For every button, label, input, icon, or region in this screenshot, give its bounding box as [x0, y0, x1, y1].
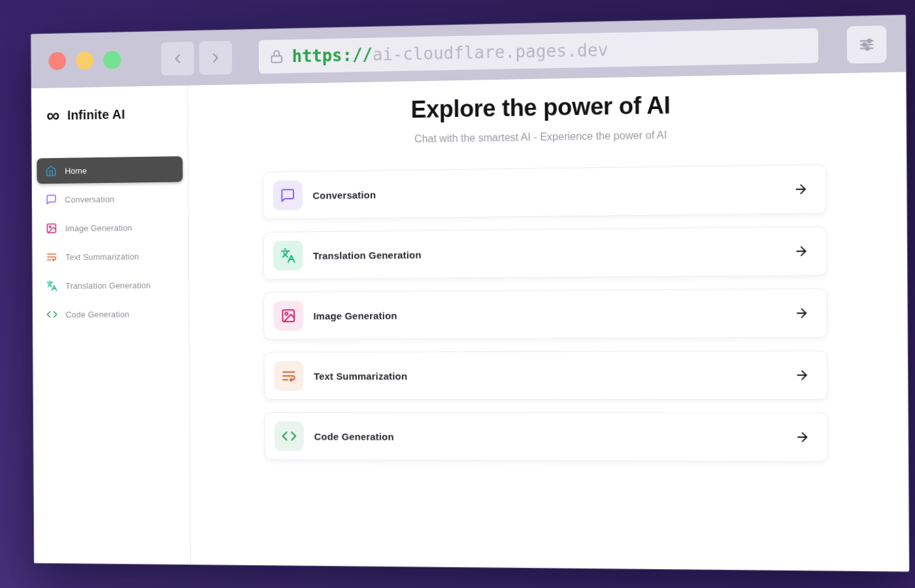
sidebar-nav: Home Conversation Image Generation Text … [32, 156, 189, 327]
minimize-button[interactable] [76, 51, 93, 69]
desktop-background: { "browser": { "traffic_lights": [ { "na… [0, 0, 915, 588]
browser-window: https://ai-cloudflare.pages.dev ∞ Infini… [31, 15, 909, 572]
chevron-right-icon [208, 50, 223, 65]
sidebar-item-label: Translation Generation [65, 280, 150, 291]
feature-card-label: Image Generation [313, 310, 397, 321]
code-icon [46, 308, 58, 320]
home-icon [46, 165, 57, 177]
feature-card-list: Conversation Translation Generation Imag… [263, 164, 829, 462]
page-subtitle: Chat with the smartest AI - Experience t… [188, 124, 907, 150]
app-logo: ∞ Infinite AI [31, 101, 188, 127]
url-host: ai-cloudflare.pages.dev [373, 40, 608, 64]
feature-card-label: Text Summarization [314, 370, 407, 382]
main-content: Explore the power of AI Chat with the sm… [188, 72, 908, 572]
sidebar-item-home[interactable]: Home [37, 156, 182, 184]
back-button[interactable] [161, 41, 195, 75]
arrow-right-icon [794, 306, 809, 321]
maximize-button[interactable] [103, 50, 121, 69]
sidebar-item-translation-generation[interactable]: Translation Generation [37, 272, 183, 299]
arrow-right-icon [795, 430, 810, 444]
lock-icon [269, 48, 284, 64]
chevron-left-icon [170, 50, 185, 66]
sidebar-item-conversation[interactable]: Conversation [37, 185, 183, 212]
sidebar-item-label: Conversation [65, 194, 114, 204]
image-icon [46, 223, 57, 235]
sliders-icon [856, 34, 877, 54]
traffic-lights [48, 50, 121, 70]
wrap-text-icon [46, 251, 57, 263]
sidebar-item-label: Code Generation [65, 309, 129, 319]
feature-card-label: Code Generation [314, 431, 394, 442]
feature-card-code-generation[interactable]: Code Generation [264, 412, 828, 462]
sidebar-item-text-summarization[interactable]: Text Summarization [37, 243, 183, 270]
sidebar-item-label: Image Generation [65, 223, 133, 233]
feature-card-image-generation[interactable]: Image Generation [263, 288, 827, 340]
wrap-text-icon [274, 361, 303, 391]
address-bar[interactable]: https://ai-cloudflare.pages.dev [259, 28, 818, 74]
app-body: ∞ Infinite AI Home Conversation Image Ge… [31, 72, 909, 572]
message-icon [46, 194, 57, 206]
arrow-right-icon [793, 182, 808, 197]
feature-card-label: Conversation [312, 189, 376, 201]
forward-button[interactable] [199, 41, 232, 74]
languages-icon [273, 240, 303, 270]
feature-card-label: Translation Generation [313, 249, 422, 261]
sidebar-item-image-generation[interactable]: Image Generation [37, 214, 183, 241]
browser-settings-button[interactable] [847, 25, 887, 63]
message-icon [273, 180, 303, 210]
url-scheme: https:// [292, 44, 373, 65]
feature-card-translation-generation[interactable]: Translation Generation [263, 226, 827, 280]
close-button[interactable] [48, 52, 66, 70]
infinity-icon: ∞ [46, 106, 60, 125]
feature-card-text-summarization[interactable]: Text Summarization [264, 350, 828, 400]
page-title: Explore the power of AI [188, 87, 907, 128]
languages-icon [46, 280, 58, 291]
sidebar-item-code-generation[interactable]: Code Generation [38, 301, 184, 327]
image-icon [274, 301, 303, 331]
arrow-right-icon [793, 244, 808, 259]
sidebar-item-label: Home [65, 165, 87, 175]
arrow-right-icon [795, 368, 810, 382]
code-icon [274, 421, 304, 451]
url-text: https://ai-cloudflare.pages.dev [292, 40, 608, 66]
app-logo-text: Infinite AI [67, 106, 125, 122]
feature-card-conversation[interactable]: Conversation [263, 164, 827, 220]
sidebar: ∞ Infinite AI Home Conversation Image Ge… [31, 86, 191, 564]
browser-nav-buttons [161, 41, 233, 75]
sidebar-item-label: Text Summarization [65, 252, 139, 262]
